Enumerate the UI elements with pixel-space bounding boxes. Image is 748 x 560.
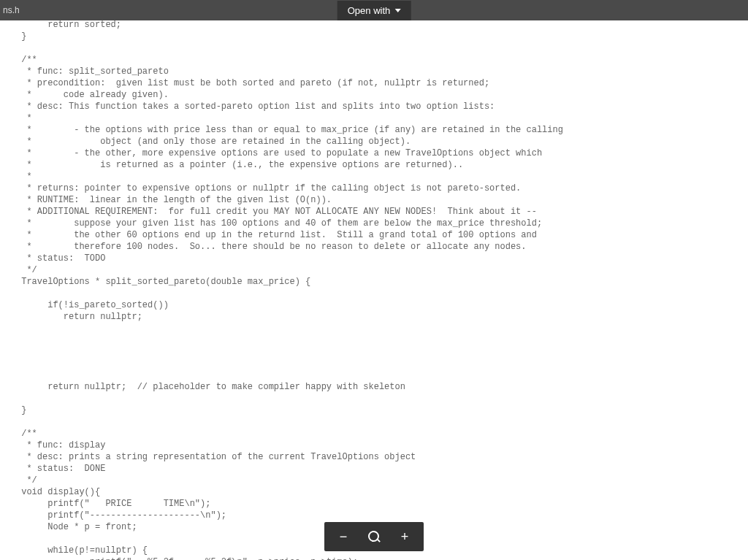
caret-down-icon — [394, 9, 400, 12]
zoom-out-button[interactable]: − — [336, 529, 351, 544]
top-toolbar: ns.h Open with — [0, 0, 748, 20]
code-viewer: return sorted; } /** * func: split_sorte… — [0, 19, 748, 560]
open-with-button[interactable]: Open with — [337, 1, 411, 20]
open-with-label: Open with — [348, 5, 391, 16]
magnify-icon — [367, 529, 381, 544]
filename-label: ns.h — [0, 5, 20, 15]
zoom-in-button[interactable]: + — [397, 529, 412, 544]
zoom-toolbar: − + — [324, 522, 424, 551]
